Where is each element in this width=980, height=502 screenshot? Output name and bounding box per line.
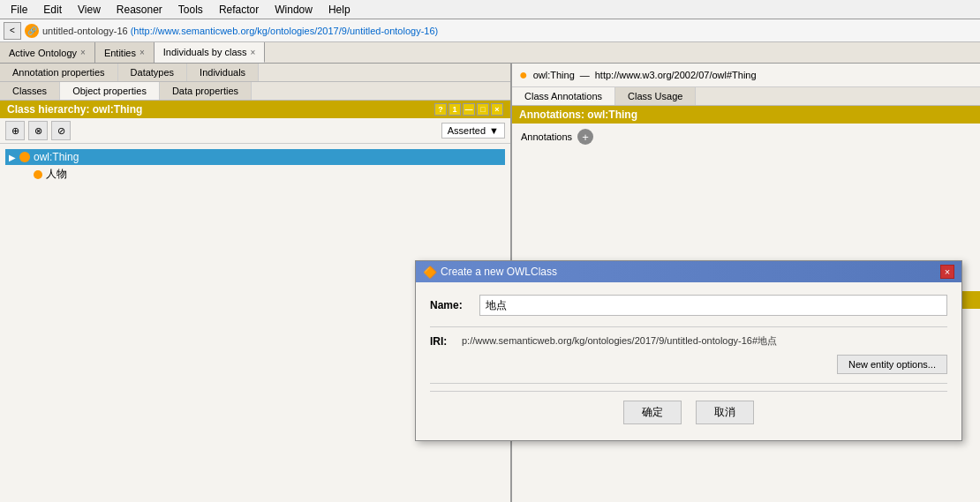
menu-file[interactable]: File — [4, 2, 34, 18]
tab-class-annotations[interactable]: Class Annotations — [512, 87, 615, 105]
person-dot — [34, 170, 42, 179]
expand-arrow-icon: ▶ — [9, 153, 16, 162]
one-icon[interactable]: 1 — [449, 103, 461, 116]
new-entity-options-button[interactable]: New entity options... — [837, 355, 947, 374]
tab-class-usage[interactable]: Class Usage — [615, 87, 696, 105]
tab-close-individuals[interactable]: × — [251, 48, 256, 57]
confirm-button[interactable]: 确定 — [623, 401, 682, 424]
hierarchy-title: Class hierarchy: owl:Thing — [7, 103, 142, 116]
dialog-body: Name: IRI: p://www.semanticweb.org/kg/on… — [416, 282, 961, 440]
annotations-header: Annotations: owl:Thing — [512, 106, 980, 124]
tab-close-entities[interactable]: × — [139, 48, 145, 57]
menu-refactor[interactable]: Refactor — [212, 2, 266, 18]
create-owlclass-dialog: 🔶 Create a new OWLClass × Name: IRI: p:/… — [415, 260, 962, 441]
name-field-row: Name: — [430, 295, 947, 316]
right-sep: — — [580, 70, 590, 80]
tab-object-properties[interactable]: Object properties — [60, 82, 160, 100]
address-bar: < 🔗 untitled-ontology-16 (http://www.sem… — [0, 19, 980, 42]
menu-bar: File Edit View Reasoner Tools Refactor W… — [0, 0, 980, 19]
menu-window[interactable]: Window — [268, 2, 320, 18]
address-text: untitled-ontology-16 (http://www.semanti… — [42, 26, 438, 36]
menu-help[interactable]: Help — [321, 2, 358, 18]
header-icons: ? 1 — □ × — [434, 103, 503, 116]
asserted-dropdown[interactable]: Asserted ▼ — [441, 123, 505, 139]
annotations-title: Annotations: owl:Thing — [519, 109, 637, 121]
annotations-body: Annotations + — [512, 124, 980, 150]
owl-thing-icon: ● — [519, 67, 528, 83]
ontology-url: (http://www.semanticweb.org/kg/ontologie… — [131, 26, 439, 36]
dialog-titlebar: 🔶 Create a new OWLClass × — [416, 261, 961, 282]
tab-datatypes[interactable]: Datatypes — [118, 64, 188, 81]
person-label: 人物 — [46, 167, 67, 182]
right-url: http://www.w3.org/2002/07/owl#Thing — [595, 70, 757, 80]
dialog-buttons: 确定 取消 — [430, 391, 947, 428]
dialog-icon: 🔶 — [423, 266, 435, 278]
menu-reasoner[interactable]: Reasoner — [109, 2, 170, 18]
main-tabs: Active Ontology × Entities × Individuals… — [0, 42, 980, 64]
minus-icon[interactable]: — — [463, 103, 475, 116]
dialog-title-left: 🔶 Create a new OWLClass — [423, 266, 557, 278]
dialog-close-button[interactable]: × — [940, 265, 954, 279]
tree-item-owl-thing[interactable]: ▶ owl:Thing — [5, 149, 505, 165]
ontology-icon: 🔗 — [25, 24, 39, 38]
x-icon[interactable]: × — [491, 103, 503, 116]
right-header: ● owl:Thing — http://www.w3.org/2002/07/… — [512, 64, 980, 87]
tab-individuals-by-class[interactable]: Individuals by class × — [155, 42, 266, 63]
tab-individuals[interactable]: Individuals — [187, 64, 259, 81]
dropdown-arrow-icon: ▼ — [489, 125, 499, 136]
tab-data-properties[interactable]: Data properties — [160, 82, 252, 100]
ontology-title: untitled-ontology-16 — [42, 26, 128, 36]
menu-tools[interactable]: Tools — [171, 2, 210, 18]
add-class-button[interactable]: ⊕ — [5, 121, 25, 140]
tab-close-active-ontology[interactable]: × — [80, 48, 86, 57]
name-label: Name: — [430, 299, 474, 311]
other-button[interactable]: ⊘ — [51, 121, 71, 140]
iri-row: IRI: p://www.semanticweb.org/kg/ontologi… — [430, 334, 947, 348]
cancel-button[interactable]: 取消 — [696, 401, 754, 424]
owl-thing-label: owl:Thing — [34, 151, 79, 163]
prop-tabs-row1: Annotation properties Datatypes Individu… — [0, 64, 510, 82]
menu-edit[interactable]: Edit — [36, 2, 69, 18]
add-annotation-button[interactable]: + — [577, 129, 593, 145]
tab-entities[interactable]: Entities × — [95, 42, 155, 63]
tab-classes[interactable]: Classes — [0, 82, 60, 100]
dialog-title: Create a new OWLClass — [441, 266, 557, 278]
iri-value: p://www.semanticweb.org/kg/ontologies/20… — [462, 334, 947, 348]
remove-class-button[interactable]: ⊗ — [28, 121, 48, 140]
help-icon[interactable]: ? — [434, 103, 447, 116]
owl-thing-dot — [19, 152, 30, 162]
iri-label: IRI: — [430, 335, 456, 348]
right-title: owl:Thing — [533, 70, 575, 80]
menu-view[interactable]: View — [71, 2, 108, 18]
back-button[interactable]: < — [4, 22, 21, 40]
square-icon[interactable]: □ — [477, 103, 489, 116]
right-tabs: Class Annotations Class Usage — [512, 87, 980, 106]
tree-item-person[interactable]: 人物 — [30, 165, 505, 184]
prop-tabs-row2: Classes Object properties Data propertie… — [0, 82, 510, 101]
tree-toolbar: ⊕ ⊗ ⊘ Asserted ▼ — [0, 118, 510, 144]
name-input[interactable] — [479, 295, 947, 316]
annotations-label: Annotations — [521, 131, 572, 142]
class-hierarchy-header: Class hierarchy: owl:Thing ? 1 — □ × — [0, 101, 510, 118]
tab-active-ontology[interactable]: Active Ontology × — [0, 42, 95, 63]
tab-annotation-properties[interactable]: Annotation properties — [0, 64, 118, 81]
